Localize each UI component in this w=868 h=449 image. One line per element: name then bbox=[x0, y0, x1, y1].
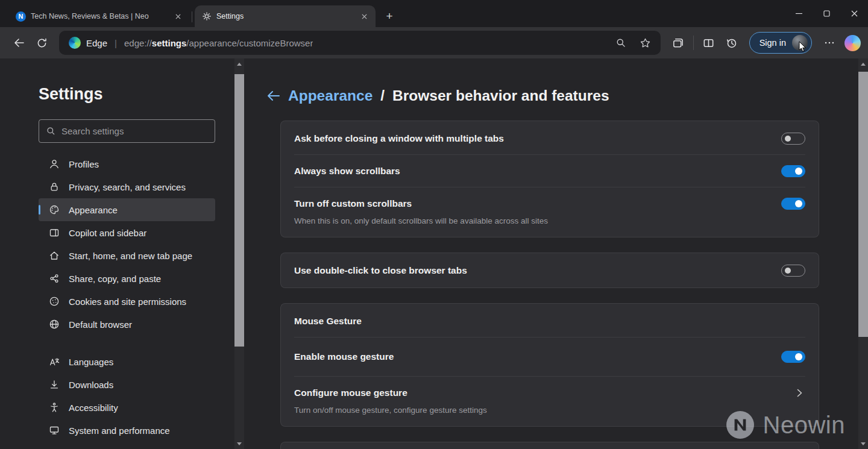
tab-close-icon[interactable] bbox=[357, 10, 371, 23]
breadcrumb: Appearance / Browser behavior and featur… bbox=[266, 87, 819, 104]
browser-toolbar: Edge | edge://settings/appearance/custom… bbox=[0, 27, 868, 58]
toggle-always-show-scrollbars[interactable] bbox=[781, 165, 805, 177]
settings-gear-icon bbox=[202, 11, 212, 21]
sidebar-item-accessibility[interactable]: Accessibility bbox=[39, 396, 215, 419]
sidebar-item-label: Appearance bbox=[69, 205, 118, 215]
address-bar-divider: | bbox=[115, 38, 117, 48]
card-double-click: Use double-click to close browser tabs bbox=[280, 253, 819, 288]
tab-divider bbox=[192, 11, 192, 22]
share-icon bbox=[48, 272, 60, 284]
breadcrumb-separator: / bbox=[380, 87, 385, 104]
tab-close-icon[interactable] bbox=[171, 10, 184, 23]
window-scrollbar[interactable] bbox=[858, 58, 868, 449]
edge-logo-icon bbox=[69, 37, 81, 49]
section-header-mouse-gesture: Mouse Gesture bbox=[294, 309, 805, 333]
sidebar-item-family-safety[interactable]: Family safety bbox=[39, 442, 215, 449]
toggle-ask-before-closing[interactable] bbox=[781, 133, 805, 145]
address-bar[interactable]: Edge | edge://settings/appearance/custom… bbox=[59, 31, 661, 55]
setting-label: Ask before closing a window with multipl… bbox=[294, 133, 504, 144]
history-icon[interactable] bbox=[720, 31, 743, 54]
toggle-enable-mouse-gesture[interactable] bbox=[781, 351, 805, 363]
more-menu-icon[interactable] bbox=[818, 31, 841, 54]
scrollbar-thumb[interactable] bbox=[234, 74, 244, 347]
breadcrumb-parent-link[interactable]: Appearance bbox=[288, 87, 373, 104]
title-bar: N Tech News, Reviews & Betas | Neo Setti… bbox=[0, 0, 868, 27]
sidebar-item-downloads[interactable]: Downloads bbox=[39, 373, 215, 396]
tab-settings[interactable]: Settings bbox=[195, 5, 376, 27]
toggle-turn-off-custom-scrollbars[interactable] bbox=[781, 198, 805, 210]
sidebar-item-label: Cookies and site permissions bbox=[69, 297, 186, 307]
sidebar-item-copilot-sidebar[interactable]: Copilot and sidebar bbox=[39, 221, 215, 244]
card-mouse-gesture: Mouse Gesture Enable mouse gesture Confi… bbox=[280, 303, 819, 427]
back-arrow-icon[interactable] bbox=[266, 89, 280, 102]
refresh-button[interactable] bbox=[30, 31, 53, 54]
search-settings-input[interactable] bbox=[61, 126, 208, 136]
setting-description: Turn on/off mouse gesture, configure ges… bbox=[294, 406, 805, 415]
sidebar-item-start-home[interactable]: Start, home, and new tab page bbox=[39, 244, 215, 267]
translate-icon bbox=[48, 356, 60, 368]
split-screen-icon[interactable] bbox=[697, 31, 720, 54]
scrollbar-thumb[interactable] bbox=[858, 72, 868, 337]
settings-page: Settings Profiles Privacy, search, and s… bbox=[0, 58, 868, 449]
accessibility-icon bbox=[48, 401, 60, 413]
tab-neowin[interactable]: N Tech News, Reviews & Betas | Neo bbox=[8, 5, 189, 27]
sidebar-item-appearance[interactable]: Appearance bbox=[39, 198, 215, 221]
favorite-star-icon[interactable] bbox=[640, 37, 651, 49]
scroll-up-arrow-icon[interactable] bbox=[858, 58, 868, 69]
maximize-button[interactable] bbox=[813, 0, 840, 27]
card-split-screen: Split screen bbox=[280, 442, 819, 449]
profile-icon bbox=[48, 158, 60, 170]
sidebar-item-cookies-permissions[interactable]: Cookies and site permissions bbox=[39, 290, 215, 313]
search-icon[interactable] bbox=[615, 37, 626, 48]
sidebar-item-profiles[interactable]: Profiles bbox=[39, 152, 215, 175]
sidebar-item-label: Privacy, search, and services bbox=[69, 182, 186, 192]
chevron-right-icon[interactable] bbox=[793, 387, 805, 399]
url-text[interactable]: edge://settings/appearance/customizeBrow… bbox=[124, 38, 313, 48]
url-host: settings bbox=[152, 38, 187, 48]
new-tab-button[interactable]: + bbox=[380, 7, 398, 25]
setting-description: When this is on, only default scrollbars… bbox=[294, 216, 805, 225]
scroll-up-arrow-icon[interactable] bbox=[234, 58, 244, 69]
sidebar-item-default-browser[interactable]: Default browser bbox=[39, 313, 215, 336]
scroll-down-arrow-icon[interactable] bbox=[858, 438, 868, 449]
sidebar-title: Settings bbox=[39, 85, 215, 104]
home-icon bbox=[48, 250, 60, 262]
setting-label: Always show scrollbars bbox=[294, 166, 400, 177]
sidebar-item-label: Share, copy, and paste bbox=[69, 274, 161, 284]
cookie-icon bbox=[48, 295, 60, 307]
settings-sidebar: Settings Profiles Privacy, search, and s… bbox=[0, 58, 234, 449]
download-icon bbox=[48, 378, 60, 391]
setting-row-double-click-close: Use double-click to close browser tabs bbox=[294, 258, 805, 283]
search-icon bbox=[46, 126, 56, 136]
sidebar-item-label: Default browser bbox=[69, 319, 132, 330]
sidebar-item-languages[interactable]: Languages bbox=[39, 350, 215, 373]
minimize-button[interactable] bbox=[785, 0, 813, 27]
settings-main-pane: Appearance / Browser behavior and featur… bbox=[244, 58, 858, 449]
setting-row-configure-mouse-gesture[interactable]: Configure mouse gesture Turn on/off mous… bbox=[294, 376, 805, 425]
page-title: Browser behavior and features bbox=[392, 87, 609, 104]
sidebar-item-system-performance[interactable]: System and performance bbox=[39, 419, 215, 442]
url-scheme: edge:// bbox=[124, 38, 152, 48]
window-controls bbox=[785, 0, 868, 27]
tab-title: Settings bbox=[216, 12, 353, 20]
setting-row-always-show-scrollbars: Always show scrollbars bbox=[294, 159, 805, 183]
mouse-cursor bbox=[799, 41, 808, 53]
copilot-icon[interactable] bbox=[844, 35, 861, 51]
sidebar-item-privacy[interactable]: Privacy, search, and services bbox=[39, 175, 215, 198]
back-button[interactable] bbox=[7, 31, 30, 54]
settings-scrollbar[interactable] bbox=[234, 58, 244, 449]
sign-in-label: Sign in bbox=[760, 38, 786, 48]
setting-label: Configure mouse gesture bbox=[294, 388, 407, 398]
toggle-double-click-close[interactable] bbox=[781, 265, 805, 277]
scroll-down-arrow-icon[interactable] bbox=[234, 438, 244, 449]
close-button[interactable] bbox=[840, 0, 868, 27]
sidebar-menu: Profiles Privacy, search, and services A… bbox=[39, 152, 215, 449]
sign-in-button[interactable]: Sign in bbox=[749, 32, 812, 54]
setting-label: Enable mouse gesture bbox=[294, 351, 394, 362]
sidebar-group-gap bbox=[39, 336, 215, 350]
url-path: /appearance/customizeBrowser bbox=[186, 38, 313, 48]
settings-search-box[interactable] bbox=[39, 119, 215, 143]
collections-icon[interactable] bbox=[667, 31, 690, 54]
sidebar-item-share-copy-paste[interactable]: Share, copy, and paste bbox=[39, 267, 215, 290]
setting-label: Turn off custom scrollbars bbox=[294, 198, 412, 209]
